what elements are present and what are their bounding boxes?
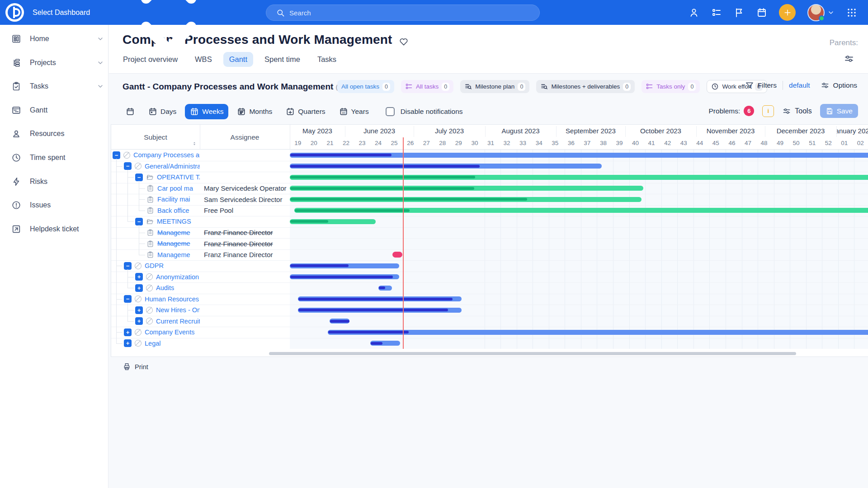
- collapse-node-button[interactable]: −: [113, 151, 120, 159]
- scale-days-button[interactable]: Days: [143, 104, 181, 119]
- user-menu[interactable]: [807, 4, 835, 21]
- expand-node-button[interactable]: +: [135, 317, 143, 325]
- parents-settings-icon[interactable]: [844, 53, 854, 64]
- expand-node-button[interactable]: +: [124, 328, 132, 336]
- problems-indicator[interactable]: Problems: 6: [709, 106, 755, 116]
- select-dashboard[interactable]: Select Dashboard: [33, 0, 236, 25]
- filters-button[interactable]: Filters: [745, 81, 777, 90]
- save-button[interactable]: Save: [820, 104, 858, 118]
- collapse-node-button[interactable]: −: [124, 162, 132, 170]
- app-logo-icon[interactable]: [5, 3, 24, 22]
- sidebar-item-label: Risks: [30, 178, 47, 186]
- timeline-week-label: 43: [675, 137, 692, 149]
- sidebar-item-risks[interactable]: Risks: [0, 170, 108, 193]
- scale-quarters-button[interactable]: Quarters: [281, 104, 330, 119]
- sidebar-item-tasks[interactable]: Tasks: [0, 75, 108, 98]
- scale-months-button[interactable]: Months: [232, 104, 277, 119]
- filters-default-link[interactable]: default: [789, 81, 810, 89]
- timeline-week-label: 40: [627, 137, 644, 149]
- gantt-bar[interactable]: [328, 330, 868, 335]
- task-subject-link[interactable]: Facility mai: [157, 196, 190, 203]
- calendar-picker-button[interactable]: [121, 104, 140, 119]
- scale-years-button[interactable]: 365Years: [334, 104, 374, 119]
- timeline-month-label: October 2023: [625, 125, 696, 137]
- sidebar-item-helpdesk-ticket[interactable]: Helpdesk ticket: [0, 217, 108, 241]
- disable-notifications-toggle[interactable]: Disable notifications: [386, 107, 463, 116]
- scale-label: Months: [249, 108, 272, 116]
- timeline-week-label: 29: [450, 137, 467, 149]
- chip-milestones-deliverables[interactable]: Milestones + deliverables0: [536, 80, 635, 93]
- task-subject-link[interactable]: Car pool ma: [157, 185, 193, 192]
- row-divider: [111, 316, 868, 316]
- sort-icon[interactable]: [192, 141, 197, 146]
- chip-all-open-tasks[interactable]: All open tasks0: [337, 80, 394, 93]
- subject-column-header[interactable]: Subject: [111, 125, 200, 150]
- expand-node-button[interactable]: +: [135, 306, 143, 314]
- assignee-column-header[interactable]: Assignee: [200, 125, 290, 150]
- svg-text:365: 365: [341, 112, 345, 114]
- tools-button[interactable]: Tools: [782, 107, 811, 116]
- milestone-dot[interactable]: [392, 252, 402, 258]
- task-subject-link[interactable]: Current Recruit: [156, 318, 200, 325]
- chip-tasks-only[interactable]: Tasks only0: [642, 80, 700, 93]
- collapse-node-button[interactable]: −: [124, 262, 132, 270]
- task-subject-link[interactable]: Company Events: [145, 328, 194, 336]
- task-assignee: Franz Finance Director: [204, 238, 288, 249]
- profile-icon[interactable]: [689, 7, 699, 18]
- collapse-node-button[interactable]: −: [135, 174, 143, 181]
- checklist-icon[interactable]: [711, 7, 722, 18]
- gantt-bar-progress: [298, 298, 453, 300]
- search-bar[interactable]: [266, 5, 540, 21]
- timeline-month-label: June 2023: [345, 125, 414, 137]
- task-subject-link[interactable]: New Hires - Onl: [156, 306, 200, 314]
- expand-node-button[interactable]: +: [135, 284, 143, 292]
- flag-icon[interactable]: [734, 7, 745, 18]
- task-subject-link[interactable]: Company Processes and: [133, 151, 200, 159]
- apps-grid-icon[interactable]: [846, 7, 857, 18]
- sidebar-item-projects[interactable]: Projects: [0, 51, 108, 75]
- tab-tasks[interactable]: Tasks: [311, 52, 342, 67]
- gantt-bar-progress: [290, 264, 349, 267]
- collapse-node-button[interactable]: −: [124, 295, 132, 303]
- task-subject-link[interactable]: Manageme: [157, 240, 190, 247]
- sidebar-item-resources[interactable]: Resources: [0, 122, 108, 145]
- quick-add-button[interactable]: [779, 4, 796, 21]
- task-subject-link[interactable]: GDPR: [145, 262, 164, 269]
- timeline-week-label: 50: [788, 137, 804, 149]
- sidebar-item-time-spent[interactable]: Time spent: [0, 146, 108, 169]
- calendar-icon[interactable]: [756, 7, 767, 18]
- chip-milestone-plan[interactable]: Milestone plan0: [460, 80, 529, 93]
- info-warning-icon[interactable]: i: [762, 105, 774, 117]
- disable-notifications-checkbox[interactable]: [386, 107, 395, 116]
- task-subject-link[interactable]: MEETINGS: [157, 218, 191, 225]
- task-subject-link[interactable]: General/Administra: [145, 163, 200, 170]
- task-subject-link[interactable]: Back office: [157, 207, 189, 214]
- tab-spent-time[interactable]: Spent time: [259, 52, 306, 67]
- task-subject-link[interactable]: Anonymization: [156, 273, 199, 281]
- horizontal-scrollbar[interactable]: [269, 352, 796, 355]
- gantt-title-text: Gantt - Company Processes and Work Manag…: [123, 82, 333, 91]
- task-icon: [146, 251, 154, 258]
- tree-connector: [139, 244, 145, 244]
- task-subject-link[interactable]: Manageme: [157, 251, 190, 258]
- sidebar-item-home[interactable]: Home: [0, 27, 108, 51]
- task-subject-link[interactable]: Manageme: [157, 229, 190, 236]
- avatar[interactable]: [807, 4, 825, 21]
- task-subject-link[interactable]: Audits: [156, 284, 174, 291]
- timeline-week-label: 19: [290, 137, 306, 149]
- favorite-heart-icon[interactable]: [399, 37, 409, 47]
- expand-node-button[interactable]: +: [135, 273, 143, 281]
- scale-weeks-button[interactable]: Weeks: [185, 104, 228, 119]
- sidebar-item-gantt[interactable]: Gantt: [0, 99, 108, 122]
- task-subject-link[interactable]: Human Resources: [145, 296, 199, 303]
- print-button[interactable]: Print: [123, 362, 148, 371]
- chip-all-tasks[interactable]: All tasks0: [401, 80, 453, 93]
- task-subject-link[interactable]: OPERATIVE TAS: [157, 174, 200, 181]
- collapse-node-button[interactable]: −: [135, 218, 143, 225]
- tree-connector: [139, 255, 145, 255]
- sidebar-item-issues[interactable]: Issues: [0, 193, 108, 217]
- options-button[interactable]: Options: [821, 81, 857, 90]
- task-subject-link[interactable]: Legal: [145, 340, 160, 347]
- expand-node-button[interactable]: +: [124, 339, 132, 347]
- search-input[interactable]: [289, 9, 506, 17]
